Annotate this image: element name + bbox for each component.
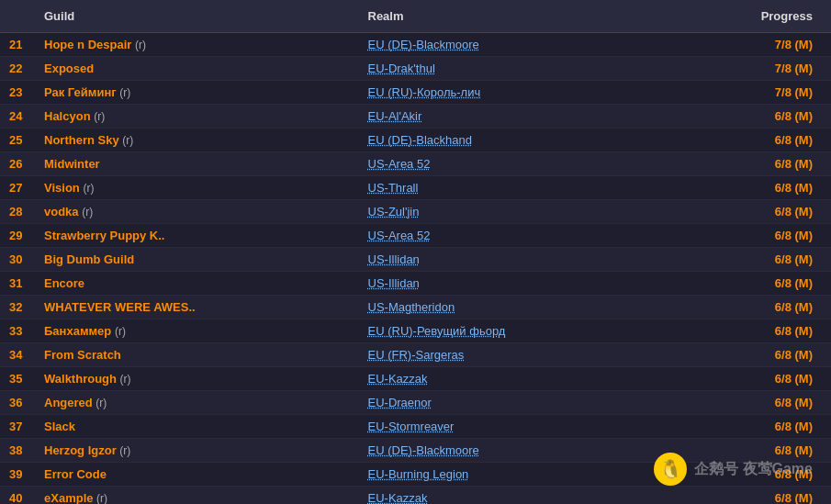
- row-number: 22: [0, 57, 37, 80]
- realm-link[interactable]: EU-Stormreaver: [368, 420, 455, 433]
- realm-link[interactable]: EU (RU)-Ревущий фьорд: [368, 324, 506, 338]
- table-body: 21 Hope n Despair (r) EU (DE)-Blackmoore…: [0, 33, 831, 504]
- header-realm: Realm: [361, 6, 685, 27]
- realm-link[interactable]: EU (DE)-Blackmoore: [368, 443, 479, 457]
- guild-tag: (r): [95, 397, 107, 409]
- realm-link[interactable]: US-Area 52: [368, 229, 431, 242]
- header-num: [0, 6, 37, 27]
- realm-link[interactable]: US-Area 52: [368, 157, 431, 171]
- header-progress: Progress: [684, 6, 831, 27]
- row-progress: 6/8 (M): [684, 248, 831, 271]
- row-realm[interactable]: US-Thrall: [361, 176, 685, 199]
- realm-link[interactable]: EU (FR)-Sargeras: [368, 348, 465, 362]
- row-progress: 6/8 (M): [684, 463, 831, 486]
- row-realm[interactable]: EU-Stormreaver: [361, 415, 685, 438]
- guild-tag: (r): [115, 325, 126, 338]
- row-realm[interactable]: EU-Burning Legion: [361, 463, 685, 486]
- row-realm[interactable]: EU-Drak'thul: [361, 57, 685, 80]
- row-progress: 6/8 (M): [684, 105, 831, 128]
- row-guild-name: Northern Sky (r): [37, 129, 361, 151]
- row-realm[interactable]: EU-Al'Akir: [361, 105, 685, 128]
- guild-tag: (r): [94, 110, 105, 123]
- row-progress: 6/8 (M): [684, 319, 831, 342]
- row-progress: 6/8 (M): [684, 439, 831, 462]
- row-progress: 6/8 (M): [684, 152, 831, 175]
- row-progress: 6/8 (M): [684, 367, 831, 390]
- row-progress: 6/8 (M): [684, 391, 831, 414]
- row-realm[interactable]: US-Area 52: [361, 224, 685, 247]
- table-row: 39 Error Code EU-Burning Legion 6/8 (M): [0, 463, 831, 487]
- realm-link[interactable]: US-Magtheridon: [368, 300, 455, 314]
- table-row: 32 WHATEVER WERE AWES.. US-Magtheridon 6…: [0, 296, 831, 319]
- table-header: Guild Realm Progress: [0, 0, 831, 33]
- table-row: 23 Рак Гейминг (r) EU (RU)-Король-лич 7/…: [0, 81, 831, 105]
- table-row: 33 Банхаммер (r) EU (RU)-Ревущий фьорд 6…: [0, 319, 831, 343]
- guild-tag: (r): [135, 39, 146, 51]
- realm-link[interactable]: US-Thrall: [368, 181, 419, 195]
- row-guild-name: Big Dumb Guild: [37, 248, 361, 271]
- guild-tag: (r): [119, 86, 130, 99]
- row-number: 37: [0, 415, 37, 438]
- realm-link[interactable]: EU-Al'Akir: [368, 109, 422, 123]
- table-row: 26 Midwinter US-Area 52 6/8 (M): [0, 152, 831, 176]
- realm-link[interactable]: EU-Burning Legion: [368, 467, 469, 481]
- table-row: 29 Strawberry Puppy K.. US-Area 52 6/8 (…: [0, 224, 831, 248]
- row-realm[interactable]: EU-Draenor: [361, 391, 685, 414]
- row-realm[interactable]: EU (DE)-Blackmoore: [361, 439, 685, 462]
- row-realm[interactable]: EU-Kazzak: [361, 487, 685, 504]
- row-number: 23: [0, 81, 37, 104]
- guild-tag: (r): [82, 206, 93, 218]
- row-realm[interactable]: US-Zul'jin: [361, 200, 685, 223]
- row-number: 33: [0, 319, 37, 342]
- table-row: 36 Angered (r) EU-Draenor 6/8 (M): [0, 391, 831, 415]
- realm-link[interactable]: US-Zul'jin: [368, 205, 420, 218]
- realm-link[interactable]: EU-Drak'thul: [368, 62, 435, 75]
- row-realm[interactable]: US-Illidan: [361, 272, 685, 295]
- row-realm[interactable]: EU (FR)-Sargeras: [361, 343, 685, 366]
- guild-tag: (r): [122, 134, 133, 147]
- row-guild-name: Encore: [37, 272, 361, 295]
- realm-link[interactable]: EU-Kazzak: [368, 372, 428, 386]
- row-realm[interactable]: EU (RU)-Ревущий фьорд: [361, 319, 685, 342]
- realm-link[interactable]: EU (DE)-Blackmoore: [368, 38, 479, 51]
- row-realm[interactable]: EU (RU)-Король-лич: [361, 81, 685, 104]
- row-progress: 6/8 (M): [684, 176, 831, 199]
- row-progress: 6/8 (M): [684, 272, 831, 295]
- row-realm[interactable]: US-Area 52: [361, 152, 685, 175]
- table-row: 40 eXample (r) EU-Kazzak 6/8 (M): [0, 487, 831, 504]
- row-number: 26: [0, 152, 37, 175]
- guild-tag: (r): [96, 492, 107, 504]
- table-row: 25 Northern Sky (r) EU (DE)-Blackhand 6/…: [0, 129, 831, 152]
- row-progress: 6/8 (M): [684, 200, 831, 223]
- row-guild-name: Herzog Igzor (r): [37, 439, 361, 462]
- row-guild-name: From Scratch: [37, 343, 361, 366]
- row-guild-name: eXample (r): [37, 487, 361, 504]
- row-realm[interactable]: EU-Kazzak: [361, 367, 685, 390]
- row-realm[interactable]: US-Illidan: [361, 248, 685, 271]
- row-realm[interactable]: US-Magtheridon: [361, 296, 685, 319]
- row-guild-name: Банхаммер (r): [37, 319, 361, 342]
- row-number: 39: [0, 463, 37, 486]
- realm-link[interactable]: EU (DE)-Blackhand: [368, 133, 472, 147]
- realm-link[interactable]: EU-Draenor: [368, 396, 432, 409]
- row-number: 27: [0, 176, 37, 199]
- table-row: 38 Herzog Igzor (r) EU (DE)-Blackmoore 6…: [0, 439, 831, 463]
- row-number: 36: [0, 391, 37, 414]
- realm-link[interactable]: EU (RU)-Король-лич: [368, 85, 481, 99]
- guild-tag: (r): [83, 182, 94, 195]
- row-realm[interactable]: EU (DE)-Blackhand: [361, 129, 685, 151]
- realm-link[interactable]: US-Illidan: [368, 252, 420, 266]
- table-row: 35 Walkthrough (r) EU-Kazzak 6/8 (M): [0, 367, 831, 391]
- row-guild-name: Slack: [37, 415, 361, 438]
- row-guild-name: Walkthrough (r): [37, 367, 361, 390]
- table-row: 24 Halcyon (r) EU-Al'Akir 6/8 (M): [0, 105, 831, 129]
- row-progress: 6/8 (M): [684, 296, 831, 319]
- row-guild-name: Рак Гейминг (r): [37, 81, 361, 104]
- row-realm[interactable]: EU (DE)-Blackmoore: [361, 33, 685, 56]
- realm-link[interactable]: EU-Kazzak: [368, 491, 428, 504]
- row-guild-name: Error Code: [37, 463, 361, 486]
- realm-link[interactable]: US-Illidan: [368, 276, 420, 290]
- table-row: 31 Encore US-Illidan 6/8 (M): [0, 272, 831, 296]
- guild-tag: (r): [119, 444, 130, 457]
- header-guild: Guild: [37, 6, 361, 27]
